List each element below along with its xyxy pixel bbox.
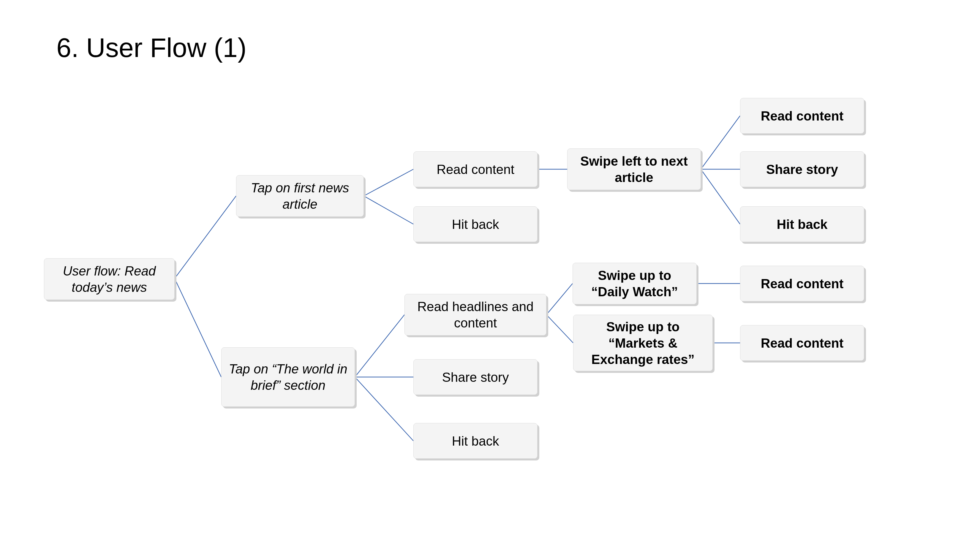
svg-line-12 — [546, 315, 573, 343]
svg-line-5 — [701, 116, 740, 169]
node-read-headlines: Read headlines and content — [404, 294, 546, 335]
node-hit-back-3: Hit back — [740, 206, 864, 242]
node-read-content-3: Read content — [740, 98, 864, 133]
node-share-story-3: Share story — [740, 151, 864, 187]
node-read-content-4: Read content — [740, 266, 864, 301]
svg-line-7 — [701, 169, 740, 224]
node-tap-first-article: Tap on first news article — [236, 175, 364, 217]
node-read-content-5: Read content — [740, 325, 864, 361]
svg-line-10 — [355, 377, 414, 441]
svg-line-1 — [175, 278, 221, 377]
svg-line-11 — [546, 284, 573, 315]
node-hit-back-1: Hit back — [414, 206, 538, 242]
node-tap-world-in-brief: Tap on “The world in brief” section — [221, 347, 355, 407]
svg-line-2 — [364, 169, 414, 196]
node-read-content-1: Read content — [414, 151, 538, 187]
node-swipe-markets: Swipe up to “Markets & Exchange rates” — [573, 315, 713, 371]
svg-line-8 — [355, 315, 404, 377]
svg-line-0 — [175, 196, 236, 278]
node-swipe-left-next: Swipe left to next article — [567, 148, 701, 190]
slide: 6. User Flow (1) User flow: Read toda — [0, 0, 980, 551]
slide-title: 6. User Flow (1) — [56, 33, 247, 63]
node-root: User flow: Read today’s news — [44, 258, 175, 300]
svg-line-3 — [364, 196, 414, 224]
node-share-story-2: Share story — [414, 359, 538, 395]
node-hit-back-2: Hit back — [414, 423, 538, 459]
node-swipe-daily-watch: Swipe up to “Daily Watch” — [573, 263, 697, 304]
